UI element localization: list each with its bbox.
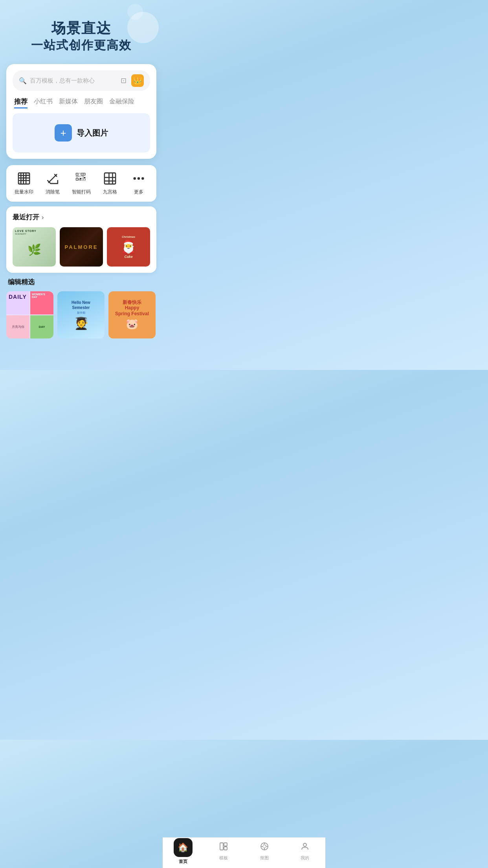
editor-item-spring[interactable]: 新春快乐HappySpring Festival 🐷 — [108, 291, 156, 338]
crown-badge[interactable]: 👑 — [131, 74, 144, 87]
svg-rect-20 — [80, 178, 81, 180]
spring-icon: 🐷 — [126, 318, 138, 330]
semester-figure: 🧑‍🎓 — [74, 316, 88, 330]
tool-eraser[interactable]: 消除笔 — [38, 171, 67, 195]
recent-item-love-story[interactable]: LOVE STORY SCENERY 🌿 — [13, 227, 56, 267]
semester-subtitle: 新学期 — [77, 311, 85, 315]
hero-subtitle: 一站式创作更高效 — [8, 38, 155, 52]
camera-icon[interactable]: ⊡ — [121, 76, 127, 85]
recent-title: 最近打开 — [13, 213, 39, 222]
tab-moments[interactable]: 朋友圈 — [84, 97, 103, 108]
eraser-icon — [46, 171, 60, 186]
category-tabs: 推荐 小红书 新媒体 朋友圈 金融保险 — [13, 97, 150, 108]
semester-title: Hello NewSemester — [72, 300, 90, 310]
qrcode-icon — [74, 171, 88, 186]
page-wrapper: 场景直达 一站式创作更高效 🔍 百万模板，总有一款称心 ⊡ 👑 推荐 小红书 新… — [0, 0, 163, 370]
editor-items-list: DAILY WOMEN'S DAY 月亮与你 DAY Hello NewSeme… — [6, 291, 156, 338]
editor-section-title: 编辑精选 — [6, 278, 156, 287]
love-story-image: 🌿 — [15, 235, 53, 264]
recent-section: 最近打开 › LOVE STORY SCENERY 🌿 PALMORE — [6, 206, 156, 273]
tool-grid-label: 九宫格 — [103, 189, 117, 195]
svg-rect-16 — [81, 176, 81, 177]
tool-eraser-label: 消除笔 — [46, 189, 60, 195]
svg-rect-35 — [83, 173, 85, 175]
svg-rect-29 — [85, 179, 85, 180]
svg-rect-15 — [80, 176, 80, 177]
svg-rect-26 — [84, 177, 85, 178]
grid-icon — [103, 171, 117, 186]
svg-rect-19 — [79, 178, 79, 178]
svg-rect-9 — [79, 173, 79, 173]
tool-watermark[interactable]: 批量水印 — [9, 171, 38, 195]
tools-section: 批量水印 消除笔 — [6, 165, 156, 202]
tool-more[interactable]: 更多 — [125, 171, 153, 195]
svg-point-43 — [141, 177, 144, 180]
svg-rect-34 — [81, 178, 83, 180]
svg-rect-30 — [84, 180, 84, 180]
christmas-label-top: Christmas — [122, 235, 135, 238]
svg-point-41 — [134, 177, 136, 180]
editor-section: 编辑精选 DAILY WOMEN'S DAY 月亮与你 DAY Hello Ne… — [6, 278, 156, 338]
tab-recommend[interactable]: 推荐 — [14, 97, 28, 108]
svg-point-42 — [138, 177, 140, 180]
christmas-snowman: 🎅 — [121, 239, 136, 254]
svg-rect-17 — [82, 176, 82, 177]
svg-rect-25 — [83, 176, 83, 178]
love-story-label: LOVE STORY — [15, 230, 53, 232]
recent-items-list: LOVE STORY SCENERY 🌿 PALMORE Christmas 🎅… — [13, 227, 150, 267]
svg-rect-27 — [83, 178, 83, 180]
svg-rect-23 — [80, 180, 81, 180]
import-card[interactable]: + 导入图片 — [13, 113, 150, 153]
daily-label: DAILY — [6, 291, 29, 314]
svg-rect-33 — [76, 178, 78, 180]
svg-rect-14 — [78, 176, 79, 177]
main-card: 🔍 百万模板，总有一款称心 ⊡ 👑 推荐 小红书 新媒体 朋友圈 金融保险 + … — [6, 64, 156, 159]
import-label: 导入图片 — [77, 128, 108, 138]
editor-item-daily[interactable]: DAILY WOMEN'S DAY 月亮与你 DAY — [6, 291, 53, 338]
svg-rect-32 — [81, 173, 83, 175]
tool-more-label: 更多 — [134, 189, 143, 195]
tab-finance[interactable]: 金融保险 — [109, 97, 134, 108]
svg-rect-13 — [77, 176, 77, 178]
daily-sub2: DAY — [30, 315, 53, 338]
recent-arrow-icon[interactable]: › — [42, 214, 44, 221]
tab-xiaohongshu[interactable]: 小红书 — [34, 97, 53, 108]
svg-rect-28 — [84, 178, 85, 178]
more-icon — [132, 171, 146, 186]
womens-day-label: WOMEN'S DAY — [30, 291, 53, 314]
svg-rect-36 — [105, 173, 116, 184]
palmore-text: PALMORE — [64, 244, 98, 250]
hero-section: 场景直达 一站式创作更高效 — [0, 0, 163, 60]
editor-item-semester[interactable]: Hello NewSemester 新学期 🧑‍🎓 — [57, 291, 105, 338]
recent-item-palmore[interactable]: PALMORE — [60, 227, 103, 267]
svg-rect-12 — [76, 176, 76, 177]
search-icon: 🔍 — [19, 77, 27, 85]
tool-qrcode[interactable]: 智能打码 — [67, 171, 95, 195]
svg-rect-10 — [80, 173, 80, 173]
tool-watermark-label: 批量水印 — [15, 189, 33, 195]
svg-rect-22 — [79, 179, 79, 180]
tool-qrcode-label: 智能打码 — [72, 189, 91, 195]
crown-icon: 👑 — [133, 76, 142, 85]
svg-rect-31 — [76, 173, 78, 175]
search-bar[interactable]: 🔍 百万模板，总有一款称心 ⊡ 👑 — [13, 70, 150, 91]
watermark-icon — [17, 171, 31, 186]
christmas-cake-label: Cake — [124, 255, 133, 259]
recent-item-christmas[interactable]: Christmas 🎅 Cake — [107, 227, 150, 267]
deco-circle-small — [127, 4, 143, 20]
import-plus-button[interactable]: + — [55, 124, 72, 142]
plus-icon: + — [60, 128, 66, 138]
tab-newmedia[interactable]: 新媒体 — [59, 97, 78, 108]
tool-grid[interactable]: 九宫格 — [96, 171, 125, 195]
search-placeholder-text: 百万模板，总有一款称心 — [30, 77, 121, 85]
recent-header: 最近打开 › — [13, 213, 150, 222]
daily-sub1: 月亮与你 — [6, 315, 29, 338]
spring-title: 新春快乐HappySpring Festival — [115, 300, 149, 316]
